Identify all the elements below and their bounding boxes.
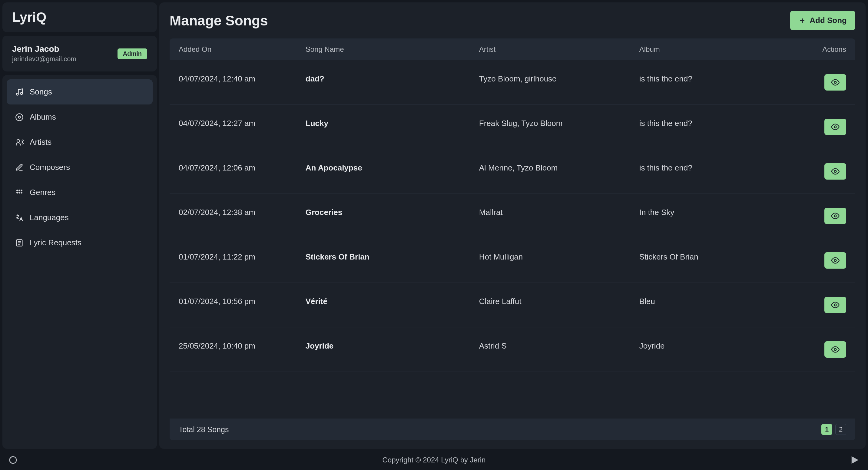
col-header-added-on: Added On (179, 45, 306, 54)
page-title: Manage Songs (169, 12, 268, 29)
user-voice-icon (15, 138, 24, 147)
table-footer: Total 28 Songs 1 2 (169, 418, 855, 440)
logo-card: LyriQ (2, 2, 157, 32)
cell-album: Bleu (639, 297, 800, 313)
cell-added-on: 25/05/2024, 10:40 pm (179, 341, 306, 358)
cell-artist: Al Menne, Tyzo Bloom (479, 163, 639, 180)
sidebar-item-composers[interactable]: Composers (7, 155, 153, 180)
cell-song-name: Stickers Of Brian (306, 252, 479, 269)
plus-icon (799, 17, 806, 24)
play-store-icon[interactable] (850, 456, 860, 465)
sidebar-item-languages[interactable]: Languages (7, 205, 153, 230)
table-body[interactable]: 04/07/2024, 12:40 am dad? Tyzo Bloom, gi… (169, 60, 855, 418)
svg-point-14 (834, 170, 836, 173)
svg-point-0 (17, 93, 19, 95)
cell-album: is this the end? (639, 163, 800, 180)
view-button[interactable] (825, 163, 846, 180)
col-header-album: Album (639, 45, 800, 54)
cell-album: is this the end? (639, 119, 800, 135)
cell-song-name: dad? (306, 74, 479, 91)
view-button[interactable] (825, 119, 846, 135)
add-song-button[interactable]: Add Song (790, 11, 855, 30)
cell-song-name: Lucky (306, 119, 479, 135)
cell-artist: Mallrat (479, 208, 639, 224)
cell-actions (800, 341, 846, 358)
sidebar-item-genres[interactable]: Genres (7, 180, 153, 205)
cell-added-on: 01/07/2024, 10:56 pm (179, 297, 306, 313)
cell-actions (800, 163, 846, 180)
svg-point-1 (21, 92, 23, 94)
add-song-label: Add Song (810, 16, 847, 25)
sidebar: LyriQ Jerin Jacob jerindev0@gmail.com Ad… (2, 2, 157, 449)
sidebar-item-artists[interactable]: Artists (7, 130, 153, 155)
eye-icon (831, 123, 840, 131)
table-row: 01/07/2024, 10:56 pm Vérité Claire Laffu… (169, 283, 855, 327)
account-info: Jerin Jacob jerindev0@gmail.com (12, 44, 76, 63)
svg-point-7 (21, 190, 23, 191)
cell-actions (800, 252, 846, 269)
theme-toggle-icon[interactable] (8, 456, 18, 465)
account-email: jerindev0@gmail.com (12, 55, 76, 63)
eye-icon (831, 301, 840, 309)
cell-artist: Freak Slug, Tyzo Bloom (479, 119, 639, 135)
col-header-artist: Artist (479, 45, 639, 54)
view-button[interactable] (825, 341, 846, 358)
sidebar-item-label: Lyric Requests (30, 238, 82, 247)
svg-point-6 (19, 190, 20, 191)
account-card: Jerin Jacob jerindev0@gmail.com Admin (2, 36, 157, 71)
cell-actions (800, 74, 846, 91)
svg-point-2 (16, 114, 23, 121)
sidebar-item-label: Albums (30, 112, 56, 122)
sidebar-item-label: Songs (30, 87, 52, 97)
sidebar-item-songs[interactable]: Songs (7, 79, 153, 104)
svg-point-13 (834, 126, 836, 128)
cell-actions (800, 297, 846, 313)
cell-artist: Astrid S (479, 341, 639, 358)
main-header: Manage Songs Add Song (169, 11, 855, 30)
cell-added-on: 04/07/2024, 12:06 am (179, 163, 306, 180)
eye-icon (831, 212, 840, 220)
table-row: 04/07/2024, 12:40 am dad? Tyzo Bloom, gi… (169, 60, 855, 105)
svg-point-8 (17, 192, 18, 193)
table-row: 04/07/2024, 12:27 am Lucky Freak Slug, T… (169, 105, 855, 149)
cell-song-name: Joyride (306, 341, 479, 358)
copyright: Copyright © 2024 LyriQ by Jerin (382, 456, 486, 464)
svg-point-4 (17, 139, 20, 142)
page-button-1[interactable]: 1 (822, 424, 832, 435)
language-icon (15, 214, 24, 222)
col-header-song-name: Song Name (306, 45, 479, 54)
songs-table: Added On Song Name Artist Album Actions … (169, 38, 855, 440)
cell-artist: Claire Laffut (479, 297, 639, 313)
cell-actions (800, 119, 846, 135)
main-panel: Manage Songs Add Song Added On Song Name… (159, 2, 866, 449)
page-button-2[interactable]: 2 (835, 424, 846, 435)
table-row: 01/07/2024, 11:22 pm Stickers Of Brian H… (169, 238, 855, 283)
statusbar: Copyright © 2024 LyriQ by Jerin (0, 451, 868, 470)
pagination: 1 2 (822, 424, 846, 435)
table-row: 04/07/2024, 12:06 am An Apocalypse Al Me… (169, 149, 855, 194)
table-row: 02/07/2024, 12:38 am Groceries Mallrat I… (169, 194, 855, 238)
table-row: 25/05/2024, 10:40 pm Joyride Astrid S Jo… (169, 327, 855, 372)
cell-artist: Hot Mulligan (479, 252, 639, 269)
svg-point-3 (19, 116, 21, 118)
view-button[interactable] (825, 297, 846, 313)
view-button[interactable] (825, 74, 846, 91)
svg-point-18 (834, 349, 836, 351)
disc-icon (15, 113, 24, 121)
account-name: Jerin Jacob (12, 44, 76, 54)
sidebar-nav: Songs Albums Artists Composers (2, 75, 157, 449)
cell-song-name: Groceries (306, 208, 479, 224)
view-button[interactable] (825, 252, 846, 269)
sidebar-item-label: Languages (30, 213, 69, 222)
note-icon (15, 239, 24, 247)
col-header-actions: Actions (800, 45, 846, 54)
sidebar-item-label: Composers (30, 163, 70, 172)
total-count: Total 28 Songs (179, 425, 229, 434)
sidebar-item-lyric-requests[interactable]: Lyric Requests (7, 230, 153, 255)
cell-album: In the Sky (639, 208, 800, 224)
role-badge: Admin (118, 49, 147, 59)
eye-icon (831, 78, 840, 87)
view-button[interactable] (825, 208, 846, 224)
sidebar-item-albums[interactable]: Albums (7, 104, 153, 130)
svg-point-12 (834, 82, 836, 84)
